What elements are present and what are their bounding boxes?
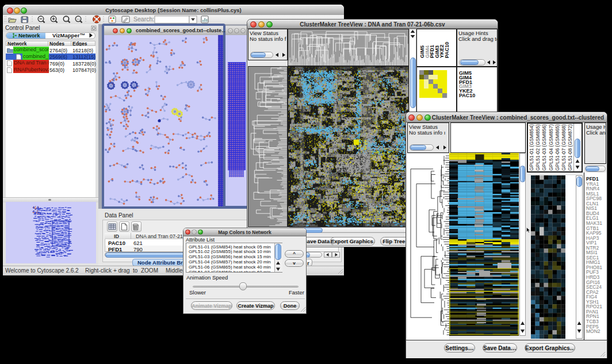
svg-text:GPL51-03 (GSM856): GPL51-03 (GSM856) (541, 124, 547, 171)
svg-text:GPL51-08 (GSM872): GPL51-08 (GSM872) (567, 124, 573, 171)
svg-text:1:1: 1:1 (76, 18, 81, 21)
svg-text:GPL51-06 (GSM865): GPL51-06 (GSM865) (554, 124, 560, 171)
svg-text:GPL51-02 (GSM855): GPL51-02 (GSM855) (535, 124, 541, 171)
svg-text:GPL51-01 (GSM854): GPL51-01 (GSM854) (529, 124, 534, 171)
svg-text:GPL51-04 (GSM857): GPL51-04 (GSM857) (548, 124, 554, 171)
svg-text:Search:: Search: (133, 16, 154, 22)
svg-text:PAC10: PAC10 (444, 42, 450, 58)
svg-text:GPL51-07 (GSM868): GPL51-07 (GSM868) (561, 124, 567, 171)
